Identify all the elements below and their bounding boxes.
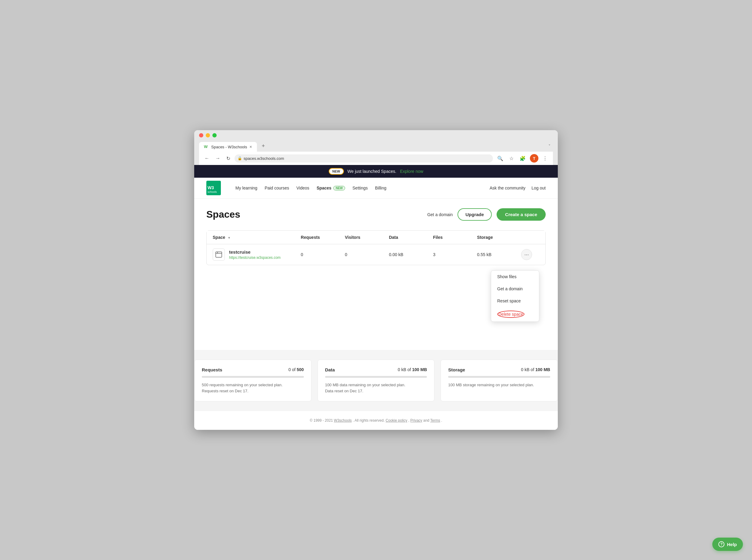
nav-billing[interactable]: Billing	[375, 185, 386, 191]
svg-text:schools: schools	[208, 191, 217, 194]
user-avatar[interactable]: T	[530, 154, 538, 163]
toolbar-icons: 🔍 ☆ 🧩 T ⋮	[495, 154, 549, 163]
reset-space-item[interactable]: Reset space	[491, 295, 539, 307]
header-actions: Get a domain Upgrade Create a space	[427, 208, 546, 221]
col-requests: Requests	[301, 235, 345, 240]
bookmark-icon[interactable]: ☆	[507, 154, 515, 163]
get-domain-item[interactable]: Get a domain	[491, 283, 539, 295]
address-bar-row: ← → ↻ 🔒 🔍 ☆ 🧩 T ⋮	[199, 152, 553, 165]
page-title: Spaces	[206, 209, 240, 220]
requests-header: Requests 0 of 500	[202, 367, 304, 372]
address-input[interactable]	[234, 154, 493, 163]
help-button[interactable]: ? Help	[712, 538, 743, 551]
close-traffic-light[interactable]	[199, 133, 203, 137]
logout-link[interactable]: Log out	[532, 185, 546, 191]
spaces-new-pill: NEW	[333, 186, 345, 191]
terms-link[interactable]: Terms	[430, 418, 440, 423]
fullscreen-traffic-light[interactable]	[212, 133, 217, 137]
logo[interactable]: W3 schools	[206, 181, 221, 195]
data-header: Data 0 kB of 100 MB	[325, 367, 427, 372]
tab-close-icon[interactable]: ×	[250, 144, 252, 149]
new-badge: NEW	[329, 168, 344, 175]
space-name: testcruise	[229, 249, 281, 255]
space-url[interactable]: https://testcruise.w3spaces.com	[229, 256, 281, 260]
ask-community-link[interactable]: Ask the community	[489, 185, 525, 191]
nav-my-learning[interactable]: My learning	[235, 185, 257, 191]
page-header: Spaces Get a domain Upgrade Create a spa…	[206, 208, 546, 221]
table-row: testcruise https://testcruise.w3spaces.c…	[207, 244, 545, 265]
storage-value: 0 kB of 100 MB	[521, 367, 550, 372]
show-files-item[interactable]: Show files	[491, 271, 539, 283]
data-desc2: Data reset on Dec 17.	[325, 388, 427, 394]
data-progress-bar	[325, 376, 427, 378]
requests-desc2: Requests reset on Dec 17.	[202, 388, 304, 394]
storage-header: Storage 0 kB of 100 MB	[448, 367, 550, 372]
upgrade-button[interactable]: Upgrade	[458, 208, 492, 221]
lock-icon: 🔒	[237, 156, 242, 160]
w3schools-footer-link[interactable]: W3schools	[334, 418, 352, 423]
minimize-traffic-light[interactable]	[206, 133, 210, 137]
col-storage: Storage	[477, 235, 521, 240]
active-tab[interactable]: W Spaces - W3schools ×	[199, 142, 257, 152]
help-question-icon: ?	[718, 541, 725, 547]
privacy-link[interactable]: Privacy	[410, 418, 422, 423]
more-options-button[interactable]: ···	[521, 249, 532, 260]
explore-now-link[interactable]: Explore now	[400, 169, 423, 174]
back-button[interactable]: ←	[203, 154, 211, 162]
reload-button[interactable]: ↻	[225, 154, 232, 163]
tab-dropdown-icon[interactable]: ˅	[546, 141, 553, 151]
col-files: Files	[433, 235, 477, 240]
requests-card: Requests 0 of 500 500 requests remaining…	[194, 360, 311, 401]
sort-arrow-icon[interactable]: ▼	[228, 236, 231, 239]
tab-favicon-icon: W	[204, 144, 209, 149]
data-desc1: 100 MB data remaining on your selected p…	[325, 382, 427, 388]
menu-icon[interactable]: ⋮	[541, 154, 549, 163]
nav-paid-courses[interactable]: Paid courses	[265, 185, 289, 191]
w3schools-logo-icon: W3 schools	[206, 181, 221, 195]
requests-desc1: 500 requests remaining on your selected …	[202, 382, 304, 388]
space-icon	[213, 248, 225, 261]
cookie-policy-link[interactable]: Cookie policy	[386, 418, 407, 423]
space-details: testcruise https://testcruise.w3spaces.c…	[229, 249, 281, 260]
stats-grid: Requests 0 of 500 500 requests remaining…	[194, 360, 558, 401]
new-tab-button[interactable]: +	[258, 140, 269, 152]
nav-links: My learning Paid courses Videos Spaces N…	[235, 185, 481, 191]
browser-chrome: W Spaces - W3schools × + ˅ ← → ↻ 🔒 🔍 ☆ 🧩…	[194, 130, 558, 165]
cell-requests: 0	[301, 252, 345, 257]
col-visitors: Visitors	[345, 235, 389, 240]
data-value: 0 kB of 100 MB	[398, 367, 427, 372]
traffic-lights	[199, 133, 553, 137]
nav-right: Ask the community Log out	[489, 185, 546, 191]
page-main: Spaces Get a domain Upgrade Create a spa…	[194, 199, 558, 350]
extensions-icon[interactable]: 🧩	[518, 154, 527, 163]
address-bar-container: 🔒	[234, 154, 493, 163]
cell-files: 3	[433, 252, 477, 257]
nav-videos[interactable]: Videos	[296, 185, 309, 191]
announcement-banner: NEW We just launched Spaces. Explore now	[194, 165, 558, 178]
svg-rect-3	[216, 252, 222, 257]
browser-window: W Spaces - W3schools × + ˅ ← → ↻ 🔒 🔍 ☆ 🧩…	[194, 130, 558, 430]
requests-value: 0 of 500	[288, 367, 304, 372]
data-title: Data	[325, 367, 335, 372]
delete-space-item[interactable]: Delete space	[491, 307, 539, 321]
data-card: Data 0 kB of 100 MB 100 MB data remainin…	[317, 360, 435, 401]
cell-more: ··· Show files Get a domain Reset space …	[521, 249, 539, 260]
storage-desc1: 100 MB storage remaining on your selecte…	[448, 382, 550, 388]
spaces-table: Space ▼ Requests Visitors Data Files Sto…	[206, 231, 546, 265]
cell-storage: 0.55 kB	[477, 252, 521, 257]
page-content: NEW We just launched Spaces. Explore now…	[194, 165, 558, 430]
storage-title: Storage	[448, 367, 465, 372]
create-space-button[interactable]: Create a space	[497, 208, 546, 221]
svg-text:W3: W3	[208, 185, 214, 190]
search-icon[interactable]: 🔍	[495, 154, 505, 163]
get-domain-link[interactable]: Get a domain	[427, 212, 452, 217]
tab-title: Spaces - W3schools	[211, 145, 247, 149]
storage-card: Storage 0 kB of 100 MB 100 MB storage re…	[441, 360, 558, 401]
col-actions	[521, 235, 539, 240]
page-footer: © 1999 - 2021 W3schools . All rights res…	[194, 411, 558, 430]
nav-spaces[interactable]: Spaces NEW	[316, 185, 345, 191]
storage-progress-bar	[448, 376, 550, 378]
nav-settings[interactable]: Settings	[352, 185, 368, 191]
forward-button[interactable]: →	[214, 154, 222, 162]
table-header: Space ▼ Requests Visitors Data Files Sto…	[207, 231, 545, 244]
